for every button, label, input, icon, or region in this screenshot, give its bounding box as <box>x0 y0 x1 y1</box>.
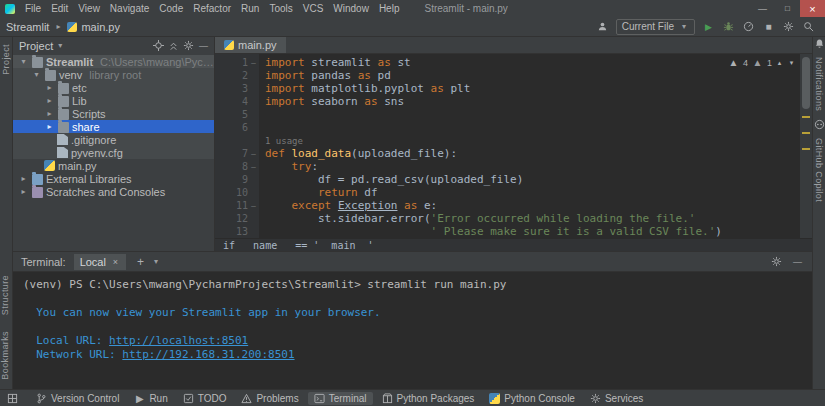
menu-window[interactable]: Window <box>328 2 374 15</box>
chevron-right-icon[interactable]: ▸ <box>18 173 29 184</box>
statusbar-tab-version-control[interactable]: Version Control <box>30 392 125 405</box>
fold-marker[interactable]: − <box>248 201 259 211</box>
tool-button-notifications[interactable]: Notifications <box>813 37 825 118</box>
tree-item-streamlit[interactable]: ▾StreamlitC:\Users\mwang\PycharmProjects… <box>13 55 214 68</box>
editor-main[interactable]: 1−234567−8−91011−1213 import streamlit a… <box>215 54 812 238</box>
statusbar-tab-todo[interactable]: TODO <box>177 392 233 405</box>
fold-marker[interactable]: − <box>248 149 259 159</box>
chevron-down-icon[interactable]: ▾ <box>31 69 42 80</box>
fold-marker[interactable]: − <box>248 162 259 172</box>
up-icon[interactable]: ▴ <box>775 56 784 69</box>
tree-item-venv[interactable]: ▾venvlibrary root <box>13 68 214 81</box>
settings-icon[interactable] <box>782 20 795 33</box>
statusbar-tab-python-packages[interactable]: Python Packages <box>376 392 481 405</box>
editor-breadcrumbs[interactable]: if __name__ == '__main__' <box>215 238 812 251</box>
python-file-icon <box>224 40 234 50</box>
editor-scrollbar[interactable] <box>800 54 812 238</box>
locate-icon[interactable] <box>152 39 165 52</box>
profiler-icon[interactable] <box>742 20 755 33</box>
chevron-right-icon[interactable]: ▸ <box>18 186 29 197</box>
chevron-down-icon[interactable]: ▾ <box>18 56 29 67</box>
main-toolbar: Streamlit▸main.py Current File▾▶■ <box>0 17 825 37</box>
collapse-icon[interactable] <box>167 39 180 52</box>
terminal-link[interactable]: http://192.168.31.200:8501 <box>122 348 294 361</box>
tree-item-etc[interactable]: ▸etc <box>13 81 214 94</box>
tool-button-project[interactable]: Project <box>1 37 11 82</box>
fold-marker[interactable]: − <box>248 58 259 68</box>
statusbar-tab-python-console[interactable]: Python Console <box>483 392 581 405</box>
minimize-button[interactable]: — <box>750 0 775 17</box>
warning-mark[interactable] <box>802 148 810 150</box>
hide-icon[interactable]: — <box>791 255 804 268</box>
statusbar-tab-terminal[interactable]: Terminal <box>308 392 373 405</box>
tree-item-scripts[interactable]: ▸Scripts <box>13 107 214 120</box>
line-number: 2 <box>215 70 248 81</box>
grid-icon[interactable] <box>6 392 19 405</box>
tree-item-main-py[interactable]: main.py <box>13 159 214 172</box>
breadcrumb-scope[interactable]: if __name__ == '__main__' <box>223 240 374 251</box>
warning-mark[interactable] <box>802 132 810 134</box>
menu-code[interactable]: Code <box>154 2 188 15</box>
tree-item-external-libraries[interactable]: ▸External Libraries <box>13 172 214 185</box>
chevron-right-icon[interactable]: ▸ <box>44 82 55 93</box>
warning-mark[interactable] <box>802 116 810 118</box>
menu-edit[interactable]: Edit <box>46 2 73 15</box>
down-icon[interactable]: ▾ <box>787 56 796 69</box>
hide-icon[interactable]: — <box>197 39 210 52</box>
statusbar-tab-label: Run <box>149 393 167 404</box>
tree-item-gitignore[interactable]: .gitignore <box>13 133 214 146</box>
run-config-select[interactable]: Current File▾ <box>616 19 695 35</box>
play-icon[interactable]: ▶ <box>702 20 715 33</box>
tree-item-share[interactable]: ▸share <box>13 120 214 133</box>
project-panel-title-group[interactable]: Project ▾ <box>19 39 65 52</box>
terminal-tab-local[interactable]: Local× <box>74 254 126 270</box>
add-icon[interactable]: + <box>134 255 147 268</box>
debug-icon[interactable] <box>722 20 735 33</box>
breadcrumb-project[interactable]: Streamlit <box>6 21 49 33</box>
terminal-link[interactable]: http://localhost:8501 <box>109 334 248 347</box>
chevron-right-icon[interactable]: ▸ <box>44 121 55 132</box>
settings-icon[interactable] <box>182 39 195 52</box>
statusbar-tab-services[interactable]: Services <box>584 392 649 405</box>
menu-navigate[interactable]: Navigate <box>105 2 154 15</box>
editor-tab-main-py[interactable]: main.py <box>215 37 286 53</box>
statusbar-tab-run[interactable]: ▶Run <box>128 392 173 405</box>
tool-button-structure[interactable]: Structure <box>0 268 10 322</box>
tree-item-lib[interactable]: ▸Lib <box>13 94 214 107</box>
tree-item-pyvenv-cfg[interactable]: pyvenv.cfg <box>13 146 214 159</box>
menu-view[interactable]: View <box>73 2 105 15</box>
lib-folder-icon <box>32 174 43 185</box>
menu-help[interactable]: Help <box>374 2 405 15</box>
breadcrumb-file[interactable]: main.py <box>81 21 120 33</box>
tree-item-scratches-and-consoles[interactable]: ▸Scratches and Consoles <box>13 185 214 198</box>
code-area[interactable]: import streamlit as stimport pandas as p… <box>259 54 800 238</box>
terminal-output[interactable]: (venv) PS C:\Users\mwang\PycharmProjects… <box>13 272 812 389</box>
menu-run[interactable]: Run <box>236 2 264 15</box>
folder-icon <box>58 83 69 94</box>
menu-file[interactable]: File <box>20 2 46 15</box>
warning-icon: ▲ <box>727 56 740 69</box>
person-icon[interactable] <box>596 20 609 33</box>
close-icon[interactable]: × <box>111 255 120 268</box>
scrollbar-thumb[interactable] <box>802 57 810 109</box>
tool-button-bookmarks[interactable]: Bookmarks <box>0 324 10 387</box>
line-number: 13 <box>215 226 248 237</box>
maximize-button[interactable]: □ <box>775 0 800 17</box>
terminal-tab-actions: +▾ <box>134 255 161 268</box>
statusbar-tab-problems[interactable]: Problems <box>235 392 304 405</box>
chevron-right-icon[interactable]: ▸ <box>44 95 55 106</box>
menu-refactor[interactable]: Refactor <box>188 2 236 15</box>
menu-vcs[interactable]: VCS <box>298 2 329 15</box>
stop-icon[interactable]: ■ <box>762 20 775 33</box>
tool-button-github-copilot[interactable]: GitHub Copilot <box>813 118 825 209</box>
play-icon: ▶ <box>134 393 145 404</box>
gutter-line: 3 <box>215 82 259 95</box>
scratch-folder-icon <box>32 187 43 198</box>
close-button[interactable]: × <box>800 0 825 17</box>
settings-icon[interactable] <box>770 255 783 268</box>
chevron-right-icon[interactable]: ▸ <box>44 108 55 119</box>
menu-tools[interactable]: Tools <box>264 2 297 15</box>
chevron-down-icon[interactable]: ▾ <box>151 255 161 268</box>
search-icon[interactable] <box>802 20 815 33</box>
gutter-line: 4 <box>215 95 259 108</box>
